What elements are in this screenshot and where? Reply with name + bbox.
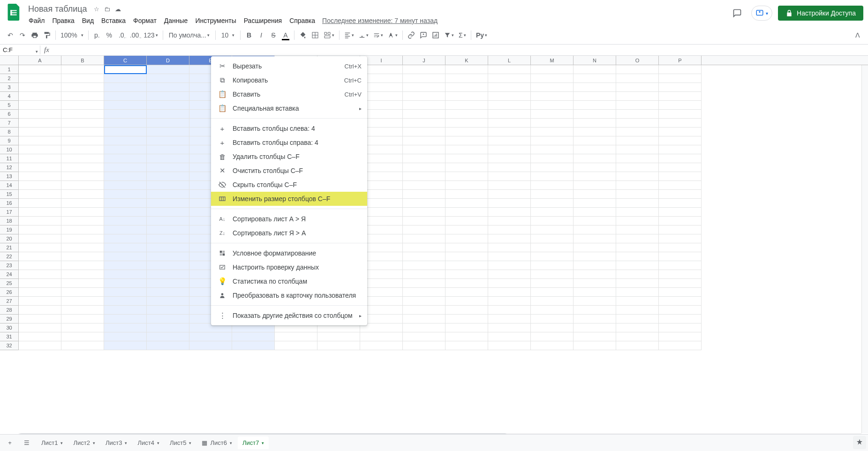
cell[interactable] [531, 65, 574, 74]
cell[interactable] [659, 226, 702, 234]
cell[interactable] [574, 270, 616, 279]
cell[interactable] [531, 341, 574, 350]
cell[interactable] [19, 261, 61, 270]
col-header-D[interactable]: D [147, 56, 189, 65]
row-header[interactable]: 3 [0, 83, 19, 92]
cell[interactable] [659, 65, 702, 74]
cell[interactable] [616, 297, 659, 306]
cell[interactable] [61, 217, 104, 226]
cell[interactable] [317, 332, 360, 341]
cell[interactable] [403, 119, 445, 128]
cell[interactable] [531, 163, 574, 172]
cell[interactable] [488, 217, 531, 226]
star-icon[interactable]: ☆ [94, 6, 99, 13]
row-header[interactable]: 27 [0, 297, 19, 306]
cell[interactable] [616, 315, 659, 323]
fill-color-button[interactable] [297, 29, 309, 41]
cell[interactable] [488, 261, 531, 270]
ctx-delete-cols[interactable]: 🗑Удалить столбцы C–F [211, 150, 367, 164]
cell[interactable] [104, 252, 147, 261]
row-header[interactable]: 19 [0, 226, 19, 234]
cell[interactable] [659, 128, 702, 136]
cell[interactable] [61, 199, 104, 208]
row-header[interactable]: 12 [0, 163, 19, 172]
cell[interactable] [19, 145, 61, 154]
row-header[interactable]: 20 [0, 234, 19, 243]
cell[interactable] [659, 163, 702, 172]
wrap-button[interactable]: ▾ [371, 29, 385, 41]
cell[interactable] [488, 199, 531, 208]
row-header[interactable]: 6 [0, 110, 19, 119]
cell[interactable] [61, 154, 104, 163]
merge-button[interactable]: ▾ [322, 29, 336, 41]
menu-Расширения[interactable]: Расширения [241, 15, 285, 26]
cell[interactable] [61, 341, 104, 350]
col-header-P[interactable]: P [659, 56, 702, 65]
cell[interactable] [531, 83, 574, 92]
ctx-paste-special[interactable]: 📋Специальная вставка▸ [211, 101, 367, 115]
cell[interactable] [189, 341, 232, 350]
cell[interactable] [403, 74, 445, 83]
cell[interactable] [616, 323, 659, 332]
move-icon[interactable]: 🗀 [104, 6, 110, 13]
cell[interactable] [531, 190, 574, 199]
cell[interactable] [531, 110, 574, 119]
cell[interactable] [488, 332, 531, 341]
cell[interactable] [659, 288, 702, 297]
cell[interactable] [104, 163, 147, 172]
cell[interactable] [104, 119, 147, 128]
cell[interactable] [19, 65, 61, 74]
cell[interactable] [616, 306, 659, 315]
sheet-tab[interactable]: ▦Лист6▾ [197, 436, 236, 439]
text-color-button[interactable]: A [280, 29, 291, 41]
present-button[interactable]: ▾ [751, 6, 772, 21]
cell[interactable] [19, 270, 61, 279]
cell[interactable] [445, 226, 488, 234]
cell[interactable] [19, 208, 61, 217]
filter-icon[interactable]: ▾ [442, 29, 456, 41]
cell[interactable] [104, 306, 147, 315]
cell[interactable] [531, 332, 574, 341]
cloud-icon[interactable]: ☁ [115, 6, 121, 13]
numfmt-button[interactable]: 123▾ [142, 29, 159, 41]
cell[interactable] [574, 154, 616, 163]
cell[interactable] [61, 110, 104, 119]
cell[interactable] [104, 199, 147, 208]
cell[interactable] [488, 136, 531, 145]
row-header[interactable]: 17 [0, 208, 19, 217]
row-header[interactable]: 11 [0, 154, 19, 163]
cell[interactable] [659, 341, 702, 350]
input-tools-icon[interactable]: Ру▾ [474, 29, 489, 41]
cell[interactable] [616, 234, 659, 243]
cell[interactable] [531, 315, 574, 323]
cell[interactable] [616, 270, 659, 279]
cell[interactable] [616, 226, 659, 234]
cell[interactable] [531, 234, 574, 243]
cell[interactable] [19, 136, 61, 145]
cell[interactable] [616, 92, 659, 101]
cell[interactable] [61, 288, 104, 297]
cell[interactable] [232, 332, 275, 341]
cell[interactable] [574, 306, 616, 315]
cell[interactable] [104, 332, 147, 341]
cell[interactable] [403, 243, 445, 252]
cell[interactable] [403, 110, 445, 119]
cell[interactable] [445, 234, 488, 243]
cell[interactable] [616, 279, 659, 288]
cell[interactable] [147, 119, 189, 128]
cell[interactable] [403, 190, 445, 199]
strike-button[interactable]: S [268, 29, 279, 41]
cell[interactable] [61, 119, 104, 128]
doc-title[interactable]: Новая таблица [25, 3, 90, 15]
cell[interactable] [445, 145, 488, 154]
add-sheet-button[interactable]: + [3, 436, 17, 439]
cell[interactable] [531, 119, 574, 128]
cell[interactable] [659, 154, 702, 163]
cell[interactable] [616, 243, 659, 252]
cell[interactable] [574, 243, 616, 252]
cell[interactable] [147, 136, 189, 145]
cell[interactable] [488, 323, 531, 332]
percent-button[interactable]: % [104, 29, 115, 41]
row-header[interactable]: 25 [0, 279, 19, 288]
share-button[interactable]: Настройки Доступа [778, 6, 863, 21]
